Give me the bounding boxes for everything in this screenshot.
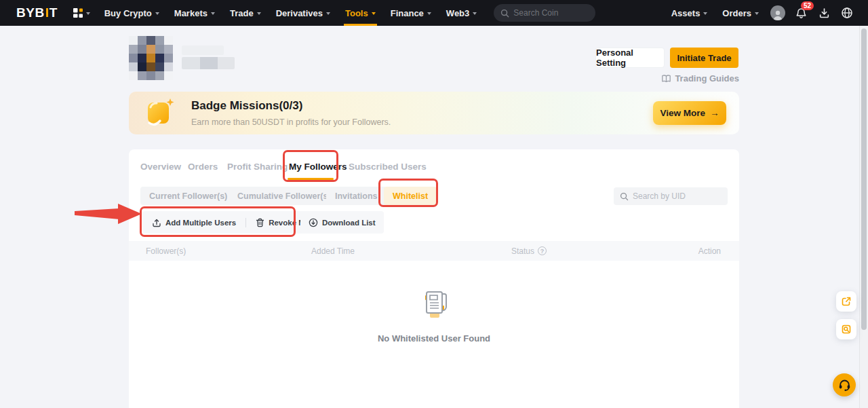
coin-search-input[interactable]: [513, 8, 589, 18]
banner-title: Badge Missions(0/3): [191, 99, 302, 113]
trash-icon: [256, 218, 264, 227]
chevron-down-icon: [155, 12, 159, 15]
profile-avatar-button[interactable]: [766, 0, 789, 26]
col-status: Status: [511, 246, 547, 256]
active-tab-underline: [288, 178, 334, 180]
nav-finance[interactable]: Finance: [383, 0, 439, 26]
search-document-icon: [841, 324, 852, 335]
logo-text-suffix: T: [50, 5, 58, 20]
navbar-right-group: Assets Orders 52: [664, 0, 859, 26]
tab-profit-sharing[interactable]: Profit Sharing: [227, 162, 288, 172]
tab-orders[interactable]: Orders: [188, 162, 218, 172]
book-icon: [661, 74, 671, 84]
logo-text-prefix: BYB: [16, 5, 45, 20]
coin-search-box[interactable]: [494, 4, 595, 22]
share-external-button[interactable]: [836, 291, 856, 312]
nav-tools[interactable]: Tools: [338, 0, 383, 26]
headset-icon: [838, 379, 851, 391]
download-app-button[interactable]: [812, 0, 835, 26]
subtab-cumulative-followers[interactable]: Cumulative Follower(s): [229, 187, 340, 205]
top-navbar: BYBT Buy Crypto Markets Trade Derivative…: [0, 0, 868, 26]
initiate-trade-button[interactable]: Initiate Trade: [670, 48, 738, 68]
tab-overview[interactable]: Overview: [140, 162, 181, 172]
download-list-button[interactable]: Download List: [300, 211, 384, 234]
download-circle-icon: [309, 218, 318, 227]
chevron-down-icon: [326, 12, 330, 15]
search-icon: [500, 9, 509, 18]
chevron-down-icon: [473, 12, 477, 15]
chevron-down-icon: [755, 12, 759, 15]
subtab-invitations[interactable]: Invitations: [326, 187, 387, 205]
chevron-down-icon: [427, 12, 431, 15]
nav-markets[interactable]: Markets: [167, 0, 222, 26]
active-tab-underline: [344, 24, 377, 26]
grid-icon: [73, 7, 83, 18]
bybit-copy-trading-page: BYBT Buy Crypto Markets Trade Derivative…: [0, 0, 868, 408]
apps-grid-icon[interactable]: [73, 7, 90, 18]
banner-subtitle: Earn more than 50USDT in profits for you…: [191, 117, 391, 127]
chevron-down-icon: [372, 12, 376, 15]
external-link-icon: [841, 296, 852, 307]
col-followers: Follower(s): [129, 246, 311, 256]
nav-orders[interactable]: Orders: [715, 0, 766, 26]
table-header-row: Follower(s) Added Time Status Action: [129, 241, 739, 261]
globe-icon: [841, 7, 853, 19]
subtab-whitelist[interactable]: Whitelist: [384, 187, 437, 205]
page-search-button[interactable]: [836, 319, 856, 339]
uid-search-box[interactable]: [614, 187, 728, 205]
help-question-icon[interactable]: [538, 246, 547, 255]
add-multiple-users-button[interactable]: Add Multiple Users: [142, 211, 245, 234]
chevron-down-icon: [703, 12, 707, 15]
nav-trade[interactable]: Trade: [222, 0, 269, 26]
tab-my-followers[interactable]: My Followers: [289, 162, 347, 172]
customer-support-button[interactable]: [833, 373, 856, 396]
view-more-button[interactable]: View More→: [653, 101, 726, 125]
nav-derivatives[interactable]: Derivatives: [269, 0, 338, 26]
bybit-logo[interactable]: BYBT: [16, 5, 58, 20]
chevron-down-icon: [211, 12, 215, 15]
avatar: [770, 5, 785, 20]
nav-assets[interactable]: Assets: [664, 0, 715, 26]
personal-setting-button[interactable]: Personal Setting: [595, 48, 665, 68]
language-button[interactable]: [835, 0, 859, 26]
download-icon: [818, 7, 830, 19]
notifications-button[interactable]: 52: [789, 0, 812, 26]
search-icon: [620, 192, 629, 201]
person-icon: [772, 10, 784, 20]
upload-icon: [152, 218, 161, 227]
subtab-current-followers[interactable]: Current Follower(s): [140, 187, 236, 205]
user-avatar-blurred: [129, 36, 173, 80]
arrow-right-icon: →: [710, 108, 719, 118]
nav-web3[interactable]: Web3: [439, 0, 484, 26]
scrollbar-thumb[interactable]: [861, 29, 867, 330]
nav-buy-crypto[interactable]: Buy Crypto: [97, 0, 167, 26]
badge-mission-icon: [142, 97, 176, 132]
chevron-down-icon: [257, 12, 261, 15]
trading-guides-link[interactable]: Trading Guides: [661, 73, 739, 84]
uid-search-input[interactable]: [633, 191, 722, 201]
badge-missions-banner: Badge Missions(0/3) Earn more than 50USD…: [129, 92, 739, 134]
user-id-blurred: [182, 57, 235, 69]
user-name-blurred: [182, 45, 224, 55]
empty-state-icon: [416, 288, 452, 324]
tab-subscribed-users[interactable]: Subscribed Users: [349, 162, 427, 172]
logo-orange-bar: [46, 8, 48, 17]
empty-state-message: No Whitelisted User Found: [129, 333, 739, 344]
col-added-time: Added Time: [311, 246, 511, 256]
chevron-down-icon: [86, 12, 90, 15]
col-action: Action: [698, 246, 739, 256]
